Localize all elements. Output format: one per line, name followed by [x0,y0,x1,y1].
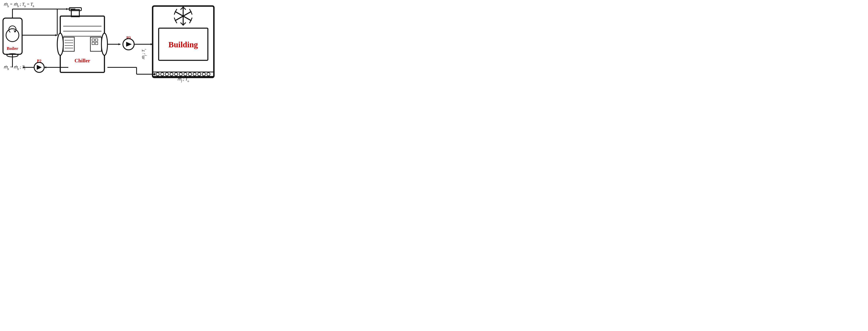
svg-line-49 [191,12,192,14]
svg-point-58 [161,73,164,76]
svg-point-57 [156,73,159,76]
svg-line-55 [174,18,175,21]
svg-point-62 [179,73,182,76]
svg-marker-33 [119,43,121,45]
svg-point-66 [197,73,201,76]
svg-point-61 [175,73,178,76]
mf-ti-label: ṁf ; Ti [141,49,147,59]
snowflake-icon [174,7,192,25]
svg-rect-23 [92,39,94,41]
top-equation: ṁb = ṁh ; Tb = Th [4,2,34,8]
svg-rect-26 [95,42,98,45]
chiller-label: Chiller [74,58,90,63]
svg-point-2 [6,29,19,42]
p3-label: P3 [126,35,131,40]
svg-marker-35 [126,42,132,47]
svg-point-59 [165,73,168,76]
boiler-label: Boiler [7,46,18,51]
svg-point-68 [207,73,210,76]
mf-to-label: ṁf ; To [177,77,189,83]
svg-point-60 [170,73,173,76]
svg-rect-24 [95,39,98,41]
svg-line-51 [191,18,192,21]
bottom-equation: ṁb = ṁh ; Tr [4,65,26,71]
svg-point-20 [57,33,63,55]
svg-rect-25 [92,42,94,45]
svg-point-65 [193,73,196,76]
svg-line-50 [190,21,191,23]
building-label: Building [168,40,198,49]
svg-line-48 [190,9,191,12]
svg-point-21 [101,33,107,55]
svg-line-53 [174,12,175,14]
svg-point-64 [188,73,192,76]
svg-rect-27 [63,37,74,51]
svg-point-67 [202,73,206,76]
svg-marker-8 [37,65,42,70]
svg-line-54 [175,21,177,23]
diagram-container: ṁb = ṁh ; Tb = Th Boiler ṁb = ṁh [0,0,217,83]
svg-point-63 [184,73,187,76]
svg-line-52 [175,9,177,12]
